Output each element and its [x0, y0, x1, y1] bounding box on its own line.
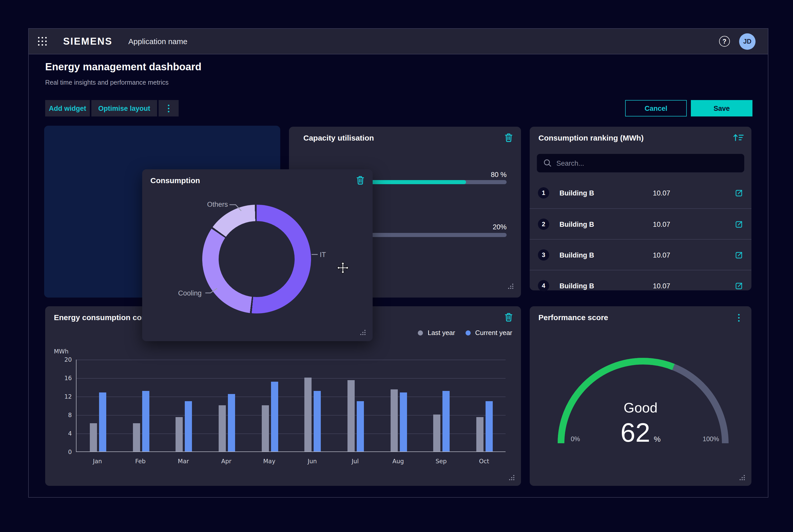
bar-last-year	[90, 423, 97, 452]
widget-title: Consumption ranking (MWh)	[538, 133, 644, 142]
external-link-icon	[735, 251, 743, 260]
gauge-score-unit: %	[654, 435, 661, 446]
kebab-icon	[738, 314, 739, 316]
gridline	[76, 415, 505, 416]
widget-consumption-donut[interactable]: Consumption Others IT Cooling	[142, 169, 373, 341]
save-button[interactable]: Save	[691, 100, 753, 116]
bar-last-year	[434, 415, 441, 452]
donut-chart	[202, 205, 311, 314]
search-box	[537, 154, 744, 172]
donut-label-cooling: Cooling	[178, 289, 202, 297]
page-subtitle: Real time insights and performance metri…	[45, 79, 169, 86]
y-tick-label: 20	[58, 356, 72, 363]
capacity-row-value: 80 %	[491, 171, 506, 178]
bar-current-year	[228, 394, 235, 452]
optimise-layout-button[interactable]: Optimise layout	[91, 100, 157, 116]
widget-title: Capacity utilisation	[303, 133, 374, 142]
gridline	[76, 434, 505, 434]
bar-last-year	[305, 378, 312, 452]
help-icon[interactable]: ?	[719, 36, 730, 47]
x-tick-label: Aug	[387, 458, 410, 465]
building-name: Building B	[559, 282, 594, 290]
trash-icon	[504, 312, 513, 322]
bar-last-year	[133, 423, 140, 452]
page-title: Energy management dashboard	[45, 61, 201, 73]
building-name: Building B	[559, 189, 594, 197]
widget-title: Consumption	[150, 176, 200, 185]
widget-menu-button[interactable]	[734, 312, 744, 322]
rank-badge: 1	[538, 187, 549, 198]
delete-widget-button[interactable]	[504, 133, 513, 142]
sort-button[interactable]	[733, 133, 744, 142]
widget-performance-score: Performance score Good 62 % 0% 100%	[530, 306, 752, 486]
bar-last-year	[348, 380, 355, 452]
delete-widget-button[interactable]	[504, 312, 513, 322]
resize-grip-icon[interactable]	[360, 330, 366, 336]
app-launcher-icon[interactable]	[37, 36, 48, 46]
ranking-row[interactable]: 2 Building B 10.07	[530, 208, 752, 239]
avatar[interactable]: JD	[739, 33, 756, 50]
resize-grip-icon[interactable]	[740, 475, 745, 481]
bar-chart-plot	[76, 360, 505, 452]
search-input[interactable]	[556, 159, 726, 167]
y-tick-label: 16	[58, 375, 72, 382]
delete-widget-button[interactable]	[356, 175, 365, 185]
bar-current-year	[485, 401, 493, 452]
y-tick-label: 0	[58, 449, 72, 456]
resize-grip-icon[interactable]	[508, 284, 514, 289]
legend-dot-icon	[465, 330, 471, 335]
open-external-button[interactable]	[735, 251, 743, 260]
external-link-icon	[735, 220, 743, 229]
open-external-button[interactable]	[735, 189, 743, 197]
bar-current-year	[142, 391, 149, 452]
bar-last-year	[176, 417, 183, 452]
capacity-row-value: 20%	[493, 223, 506, 231]
ranking-row[interactable]: 3 Building B 10.07	[530, 239, 752, 270]
building-name: Building B	[559, 221, 594, 228]
ranking-row[interactable]: 4 Building B 10.07	[530, 270, 752, 290]
legend-item[interactable]: Current year	[465, 329, 513, 337]
trash-icon	[504, 133, 513, 142]
x-tick-label: Feb	[129, 458, 152, 465]
application-name: Application name	[128, 37, 187, 46]
gridline	[76, 378, 505, 379]
rank-badge: 2	[538, 218, 549, 230]
bar-last-year	[261, 405, 269, 452]
bar-last-year	[219, 405, 226, 452]
building-name: Building B	[559, 251, 594, 259]
gauge-score-value: 62	[621, 419, 650, 446]
search-icon	[543, 159, 552, 167]
y-axis-unit-label: MWh	[54, 348, 69, 355]
x-tick-label: Jun	[301, 458, 324, 465]
open-external-button[interactable]	[735, 282, 743, 290]
kebab-icon	[168, 104, 169, 106]
legend-dot-icon	[418, 330, 423, 335]
add-widget-button[interactable]: Add widget	[45, 100, 90, 116]
bar-current-year	[314, 391, 321, 452]
rank-badge: 4	[538, 280, 549, 291]
move-cursor-icon	[336, 261, 350, 274]
cancel-button[interactable]: Cancel	[625, 100, 687, 116]
x-tick-label: Sep	[430, 458, 453, 465]
bar-current-year	[443, 391, 450, 452]
donut-label-it: IT	[320, 251, 326, 259]
bar-current-year	[400, 393, 407, 452]
ranking-row[interactable]: 1 Building B 10.07	[530, 177, 752, 208]
donut-label-others: Others	[207, 201, 228, 208]
x-tick-label: Apr	[215, 458, 238, 465]
bar-current-year	[99, 393, 106, 452]
open-external-button[interactable]	[735, 220, 743, 229]
bar-last-year	[476, 417, 483, 452]
consumption-value: 10.07	[653, 251, 670, 259]
gridline	[76, 397, 505, 397]
legend-item[interactable]: Last year	[418, 329, 455, 337]
gauge-max-label: 100%	[698, 436, 724, 443]
sort-ascending-icon	[733, 133, 744, 142]
external-link-icon	[735, 189, 743, 197]
gauge-min-label: 0%	[566, 436, 585, 443]
bar-current-year	[271, 382, 278, 452]
resize-grip-icon[interactable]	[509, 475, 515, 481]
widget-title: Performance score	[538, 313, 608, 322]
x-tick-label: Jan	[86, 458, 109, 465]
more-actions-button[interactable]	[159, 100, 179, 116]
